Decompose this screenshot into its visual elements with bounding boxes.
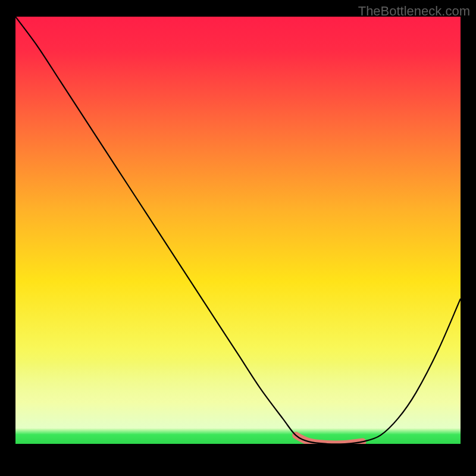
optimal-range-highlight bbox=[296, 436, 362, 444]
watermark-text: TheBottleneck.com bbox=[358, 4, 470, 19]
bottleneck-curve-line bbox=[15, 17, 461, 444]
chart-plot-area bbox=[15, 17, 461, 444]
chart-curve-layer bbox=[15, 17, 461, 444]
